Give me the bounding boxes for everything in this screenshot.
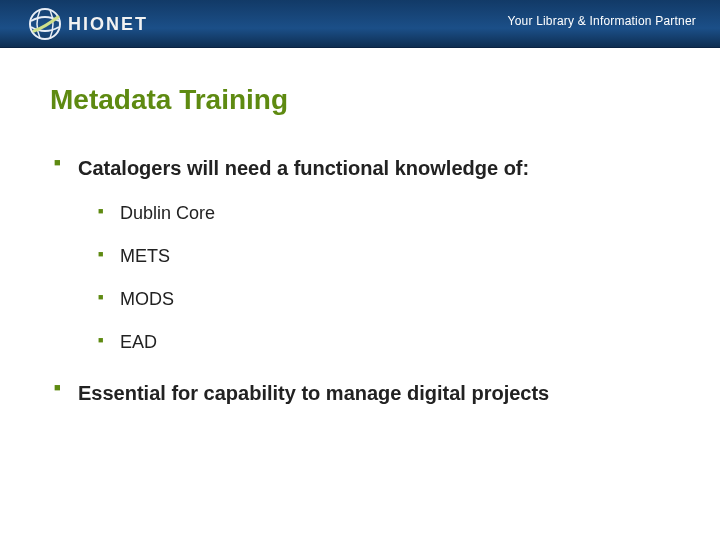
brand-name: HIONET	[68, 14, 148, 35]
header-tagline: Your Library & Information Partner	[508, 14, 696, 28]
sub-bullet-item: Dublin Core	[96, 203, 670, 224]
sub-bullet-text: Dublin Core	[120, 203, 215, 223]
brand-logo-icon	[28, 7, 62, 41]
slide-title: Metadata Training	[50, 84, 670, 116]
bullet-item: Catalogers will need a functional knowle…	[50, 154, 670, 353]
sub-bullet-item: MODS	[96, 289, 670, 310]
slide: HIONET Your Library & Information Partne…	[0, 0, 720, 540]
brand-logo: HIONET	[28, 6, 148, 42]
sub-bullet-text: MODS	[120, 289, 174, 309]
svg-point-0	[30, 9, 60, 39]
sub-bullet-text: EAD	[120, 332, 157, 352]
slide-content: Metadata Training Catalogers will need a…	[0, 48, 720, 408]
bullet-text: Catalogers will need a functional knowle…	[78, 154, 670, 183]
bullet-item: Essential for capability to manage digit…	[50, 379, 670, 408]
bullet-list: Catalogers will need a functional knowle…	[50, 154, 670, 408]
bullet-text: Essential for capability to manage digit…	[78, 379, 670, 408]
sub-bullet-list: Dublin Core METS MODS EAD	[96, 203, 670, 353]
sub-bullet-text: METS	[120, 246, 170, 266]
sub-bullet-item: METS	[96, 246, 670, 267]
header-bar: HIONET Your Library & Information Partne…	[0, 0, 720, 48]
sub-bullet-item: EAD	[96, 332, 670, 353]
